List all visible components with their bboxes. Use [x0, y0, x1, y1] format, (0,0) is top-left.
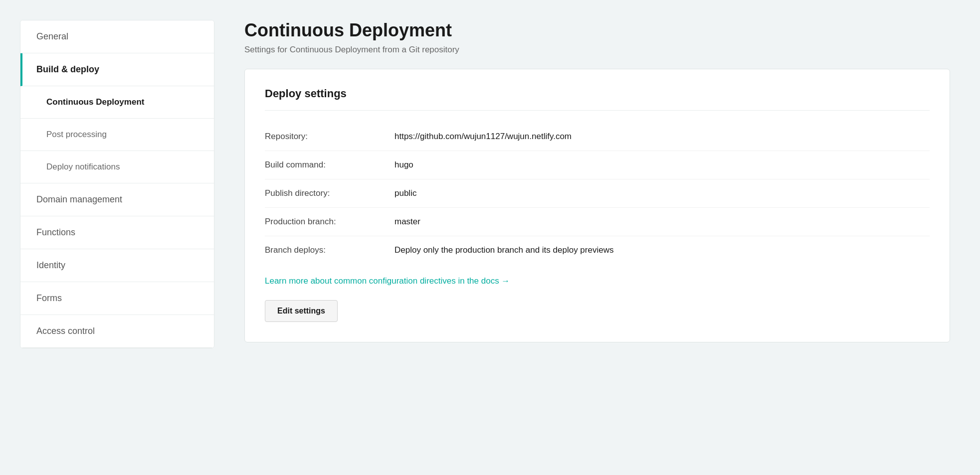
- repository-value: https://github.com/wujun1127/wujun.netli…: [394, 123, 930, 151]
- sidebar-item-domain-management[interactable]: Domain management: [20, 183, 214, 216]
- sidebar-item-deploy-notifications[interactable]: Deploy notifications: [20, 151, 214, 183]
- sidebar-item-continuous-deployment[interactable]: Continuous Deployment: [20, 86, 214, 119]
- build-command-value: hugo: [394, 151, 930, 179]
- page-title: Continuous Deployment: [244, 20, 950, 41]
- sidebar-item-identity[interactable]: Identity: [20, 249, 214, 282]
- sidebar-item-forms[interactable]: Forms: [20, 282, 214, 315]
- card-title: Deploy settings: [265, 87, 930, 111]
- page-subtitle: Settings for Continuous Deployment from …: [244, 45, 950, 55]
- sidebar-item-functions[interactable]: Functions: [20, 216, 214, 249]
- settings-table: Repository: https://github.com/wujun1127…: [265, 123, 930, 264]
- branch-deploys-label: Branch deploys:: [265, 236, 394, 265]
- repository-label: Repository:: [265, 123, 394, 151]
- branch-deploys-value: Deploy only the production branch and it…: [394, 236, 930, 265]
- sidebar: General Build & deploy Continuous Deploy…: [20, 20, 214, 455]
- sidebar-item-access-control[interactable]: Access control: [20, 315, 214, 348]
- publish-directory-label: Publish directory:: [265, 179, 394, 208]
- sidebar-item-build-deploy[interactable]: Build & deploy: [20, 53, 214, 86]
- table-row: Build command: hugo: [265, 151, 930, 179]
- deploy-settings-card: Deploy settings Repository: https://gith…: [244, 69, 950, 342]
- publish-directory-value: public: [394, 179, 930, 208]
- production-branch-label: Production branch:: [265, 208, 394, 236]
- table-row: Production branch: master: [265, 208, 930, 236]
- sidebar-item-post-processing[interactable]: Post processing: [20, 119, 214, 151]
- learn-more-link[interactable]: Learn more about common configuration di…: [265, 276, 510, 286]
- edit-settings-button[interactable]: Edit settings: [265, 300, 338, 322]
- table-row: Repository: https://github.com/wujun1127…: [265, 123, 930, 151]
- table-row: Publish directory: public: [265, 179, 930, 208]
- sidebar-item-general[interactable]: General: [20, 20, 214, 53]
- production-branch-value: master: [394, 208, 930, 236]
- main-content: Continuous Deployment Settings for Conti…: [234, 20, 960, 455]
- build-command-label: Build command:: [265, 151, 394, 179]
- table-row: Branch deploys: Deploy only the producti…: [265, 236, 930, 265]
